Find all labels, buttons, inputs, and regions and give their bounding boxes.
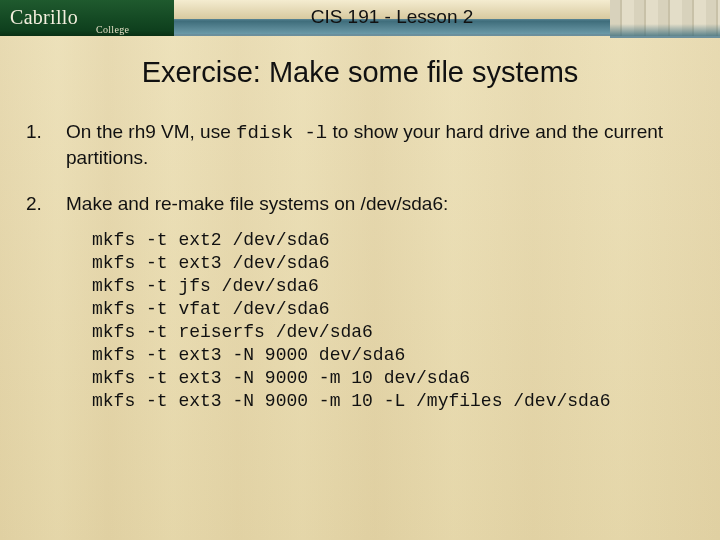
banner-photo xyxy=(610,0,720,38)
banner: Cabrillo College est. 1959 CIS 191 - Les… xyxy=(0,0,720,36)
college-logo: Cabrillo College est. 1959 xyxy=(0,0,174,36)
text-frag: On the rh9 VM, use xyxy=(66,121,236,142)
item-number: 1. xyxy=(26,120,66,170)
banner-mid: CIS 191 - Lesson 2 xyxy=(174,0,610,36)
slide: Cabrillo College est. 1959 CIS 191 - Les… xyxy=(0,0,720,540)
lesson-title: CIS 191 - Lesson 2 xyxy=(311,6,474,29)
inline-code: fdisk -l xyxy=(236,122,327,144)
item-text: Make and re-make file systems on /dev/sd… xyxy=(66,192,694,414)
text-frag: Make and re-make file systems on /dev/sd… xyxy=(66,193,448,214)
code-block: mkfs -t ext2 /dev/sda6 mkfs -t ext3 /dev… xyxy=(92,229,694,413)
logo-est: est. 1959 xyxy=(8,22,39,36)
logo-sub: College xyxy=(96,13,129,36)
item-number: 2. xyxy=(26,192,66,414)
list-item-1: 1. On the rh9 VM, use fdisk -l to show y… xyxy=(26,120,694,170)
slide-body: 1. On the rh9 VM, use fdisk -l to show y… xyxy=(26,120,694,436)
item-text: On the rh9 VM, use fdisk -l to show your… xyxy=(66,120,694,170)
slide-heading: Exercise: Make some file systems xyxy=(0,56,720,89)
list-item-2: 2. Make and re-make file systems on /dev… xyxy=(26,192,694,414)
